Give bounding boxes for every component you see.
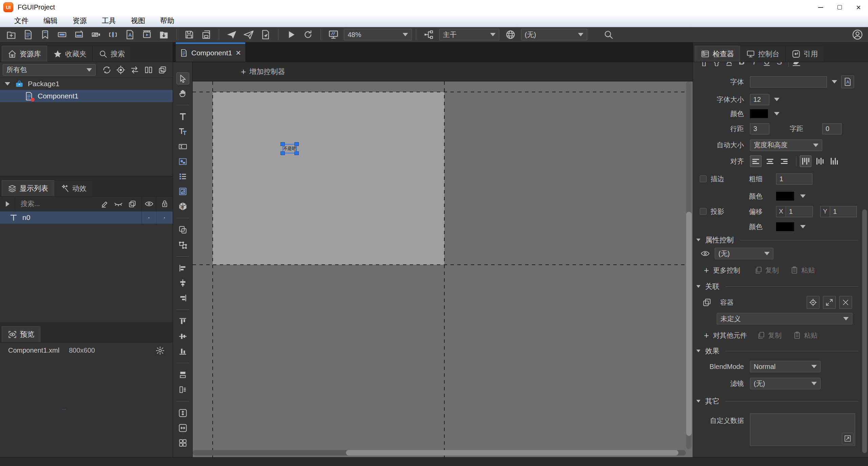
- shadow-x-input[interactable]: 1: [786, 206, 813, 217]
- shadow-y-input[interactable]: 1: [830, 206, 857, 217]
- save-all-button[interactable]: [200, 29, 212, 40]
- blend-mode-select[interactable]: Normal: [750, 361, 821, 372]
- relation-select[interactable]: 未定义: [717, 313, 852, 324]
- locate-icon[interactable]: [115, 64, 127, 76]
- import-button[interactable]: [158, 29, 170, 40]
- publish-button[interactable]: [226, 29, 237, 40]
- maximize-button[interactable]: [830, 0, 849, 15]
- more-control-button[interactable]: 更多控制: [713, 266, 740, 275]
- node-visibility-cell[interactable]: ·: [141, 211, 156, 224]
- font-color-button[interactable]: A: [723, 62, 735, 67]
- stroke-checkbox[interactable]: [700, 175, 707, 182]
- tab-assets[interactable]: 资源库: [2, 46, 47, 62]
- zoom-select[interactable]: 48%: [344, 29, 412, 40]
- relation-header[interactable]: 关联: [693, 279, 868, 294]
- tab-favorites[interactable]: 收藏夹: [47, 46, 93, 62]
- font-input[interactable]: [750, 76, 827, 88]
- shadow-color-swatch[interactable]: [776, 222, 794, 231]
- columns-icon[interactable]: [143, 64, 154, 76]
- tab-search[interactable]: 搜索: [93, 46, 131, 62]
- gear-icon[interactable]: [154, 345, 166, 356]
- refresh-icon[interactable]: [101, 64, 113, 76]
- eye-closed-icon[interactable]: [113, 198, 124, 210]
- menu-file[interactable]: 文件: [7, 15, 36, 27]
- menu-tools[interactable]: 工具: [94, 15, 123, 27]
- valign-top-button[interactable]: [800, 155, 811, 167]
- shadow-checkbox[interactable]: [700, 208, 707, 215]
- text-color-dropdown-icon[interactable]: [774, 112, 779, 115]
- tab-console[interactable]: 控制台: [740, 46, 786, 62]
- bold-button[interactable]: B: [735, 62, 748, 67]
- copy-relations-button[interactable]: 复制: [757, 331, 782, 340]
- valign-middle-button[interactable]: [814, 155, 826, 167]
- new-button-button[interactable]: [39, 29, 51, 40]
- edit-pencil-icon[interactable]: [99, 198, 110, 210]
- resize-handle-bl[interactable]: [281, 151, 285, 155]
- tab-display-list[interactable]: 显示列表: [2, 180, 54, 196]
- line-spacing-input[interactable]: 3: [750, 123, 769, 134]
- tab-reference[interactable]: 引用: [786, 46, 824, 62]
- text-color-swatch[interactable]: [750, 109, 768, 118]
- font-dropdown-icon[interactable]: [832, 80, 837, 83]
- branch-select[interactable]: 主干: [439, 29, 499, 40]
- display-search-input[interactable]: 搜索...: [21, 199, 40, 208]
- custom-data-input[interactable]: [750, 413, 855, 446]
- selected-text-element[interactable]: 不是吧: [283, 144, 297, 153]
- account-icon[interactable]: [852, 29, 863, 40]
- new-label-button[interactable]: [56, 29, 68, 40]
- visibility-column-header[interactable]: [141, 197, 156, 211]
- tool-input-text[interactable]: [176, 141, 189, 153]
- relation-expand-button[interactable]: [823, 296, 836, 309]
- tool-same-height[interactable]: [176, 407, 189, 419]
- menu-help[interactable]: 帮助: [153, 15, 182, 27]
- align-right-button[interactable]: [778, 155, 790, 167]
- valign-bottom-button[interactable]: [828, 155, 840, 167]
- stroke-width-input[interactable]: 1: [776, 173, 812, 185]
- save-button[interactable]: [184, 29, 195, 40]
- stage-canvas[interactable]: 不是吧: [193, 81, 693, 457]
- paste-relations-button[interactable]: 粘贴: [793, 331, 817, 340]
- menu-view[interactable]: 视图: [123, 15, 153, 27]
- tab-inspector[interactable]: 检查器: [695, 46, 740, 62]
- tool-align-right[interactable]: [176, 292, 189, 304]
- template-braces-button[interactable]: {}: [710, 62, 723, 67]
- paste-controls-button[interactable]: 粘贴: [790, 266, 815, 275]
- font-size-input[interactable]: 12: [750, 94, 769, 105]
- other-header[interactable]: 其它: [693, 392, 868, 411]
- new-package-button[interactable]: [5, 29, 17, 40]
- ubb-brackets-button[interactable]: []: [698, 62, 710, 67]
- stroke-color-swatch[interactable]: [776, 192, 794, 201]
- menu-resource[interactable]: 资源: [65, 15, 94, 27]
- underline-button[interactable]: U: [760, 62, 773, 67]
- close-button[interactable]: ×: [849, 0, 868, 15]
- align-left-button[interactable]: [750, 155, 761, 167]
- tool-align-bottom[interactable]: [176, 345, 189, 357]
- add-controller-button[interactable]: + 增加控制器: [241, 67, 285, 76]
- tool-same-width[interactable]: [176, 422, 189, 434]
- preview-monitor-icon[interactable]: [328, 29, 339, 40]
- new-slider-button[interactable]: [107, 29, 119, 40]
- edit-expand-button[interactable]: [842, 433, 853, 444]
- component-area[interactable]: [213, 92, 444, 265]
- lock-column-header[interactable]: [156, 197, 173, 211]
- copy-controls-button[interactable]: 复制: [754, 266, 779, 275]
- expand-caret-icon[interactable]: [5, 82, 10, 86]
- prop-control-select[interactable]: (无): [715, 248, 773, 259]
- minimize-button[interactable]: [811, 0, 830, 15]
- italic-button[interactable]: I: [748, 62, 760, 67]
- tool-component[interactable]: [176, 224, 189, 236]
- tool-graph[interactable]: [176, 155, 189, 168]
- stroke-color-dropdown-icon[interactable]: [800, 194, 806, 198]
- effect-header[interactable]: 效果: [693, 344, 868, 358]
- font-size-dropdown-icon[interactable]: [774, 98, 779, 101]
- tab-transitions[interactable]: 动效: [54, 180, 93, 196]
- prop-control-header[interactable]: 属性控制: [693, 234, 868, 246]
- display-list-item-n0[interactable]: n0 · ·: [0, 211, 173, 224]
- new-text-button[interactable]: A: [124, 29, 136, 40]
- publish-all-button[interactable]: [243, 29, 254, 40]
- resize-handle-tr[interactable]: [294, 142, 299, 146]
- tool-align-top[interactable]: [176, 315, 189, 328]
- relation-target-button[interactable]: [807, 296, 819, 309]
- tab-close-icon[interactable]: ✕: [235, 49, 241, 57]
- tool-loader3d[interactable]: 3D: [176, 200, 189, 212]
